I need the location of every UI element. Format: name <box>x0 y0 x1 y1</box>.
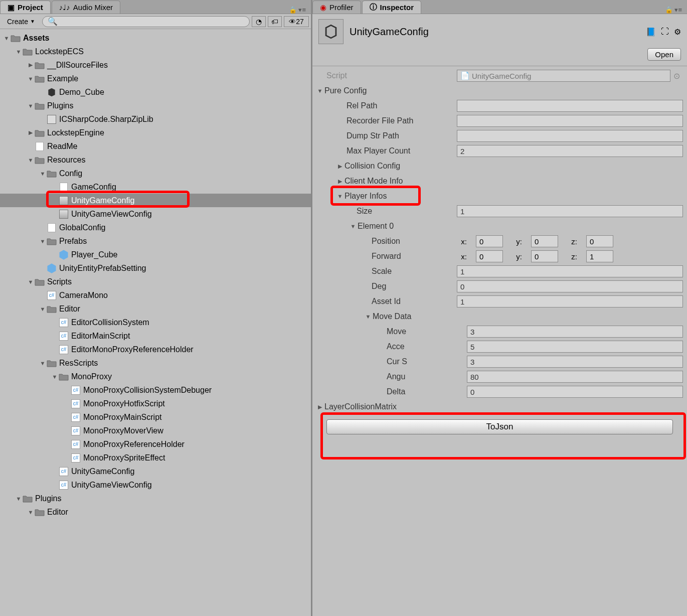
tree-row[interactable]: ▼Prefabs <box>0 234 311 248</box>
tree-arrow[interactable]: ▼ <box>27 157 34 163</box>
create-menu[interactable]: Create ▼ <box>2 17 40 27</box>
deg-input[interactable]: 0 <box>457 280 683 292</box>
gear-icon[interactable]: ⚙ <box>674 27 681 37</box>
search-input[interactable]: 🔍 <box>42 16 250 27</box>
foldout-arrow[interactable]: ▶ <box>336 178 344 185</box>
relpath-input[interactable] <box>457 100 683 112</box>
open-button[interactable]: Open <box>647 48 681 61</box>
object-picker-icon[interactable]: ⊙ <box>673 71 680 81</box>
tree-row[interactable]: ▶ReadMe <box>0 139 311 153</box>
tree-row[interactable]: ▶GlobalConfig <box>0 221 311 234</box>
filter-label-button[interactable]: 🏷 <box>268 16 282 27</box>
tree-arrow[interactable]: ▼ <box>51 374 58 380</box>
cur-input[interactable]: 3 <box>467 356 683 368</box>
preset-icon[interactable]: ⛶ <box>661 27 669 37</box>
tree-row[interactable]: ▼ResScripts <box>0 356 311 370</box>
tree-arrow[interactable]: ▶ <box>27 62 34 68</box>
tojson-button[interactable]: ToJson <box>326 419 673 434</box>
tree-arrow[interactable]: ▼ <box>27 76 34 82</box>
position-z-input[interactable] <box>586 235 613 247</box>
tab-inspector[interactable]: ⓘ Inspector <box>362 1 422 14</box>
tree-row[interactable]: ▼MonoProxy <box>0 370 311 383</box>
foldout-arrow[interactable]: ▼ <box>365 314 372 320</box>
folder-icon <box>46 358 57 369</box>
tree-row[interactable]: ▶LockstepEngine <box>0 126 311 139</box>
position-y-input[interactable] <box>531 235 558 247</box>
hidden-count[interactable]: 👁 27 <box>284 16 309 27</box>
tree-row[interactable]: ▶c#UnityGameConfig <box>0 465 311 478</box>
tree-row[interactable]: ▶Player_Cube <box>0 248 311 261</box>
dump-input[interactable] <box>457 130 683 142</box>
tree-row[interactable]: ▶c#UnityGameViewConfig <box>0 478 311 492</box>
tree-arrow[interactable]: ▼ <box>15 49 22 55</box>
tree-row[interactable]: ▶c#MonoProxyMainScript <box>0 410 311 424</box>
tree-row[interactable]: ▼Config <box>0 167 311 180</box>
tree-row[interactable]: ▶GameConfig <box>0 180 311 194</box>
tree-row[interactable]: ▼Scripts <box>0 275 311 288</box>
tree-row[interactable]: ▼LockstepECS <box>0 45 311 58</box>
assetid-input[interactable]: 1 <box>457 295 683 307</box>
move-input[interactable]: 3 <box>467 326 683 338</box>
tree-row[interactable]: ▶ICSharpCode.SharpZipLib <box>0 112 311 126</box>
angu-input[interactable]: 80 <box>467 371 683 383</box>
tree-row[interactable]: ▶c#MonoProxyReferenceHolder <box>0 437 311 451</box>
foldout-arrow[interactable]: ▶ <box>336 163 344 170</box>
tab-audio-mixer[interactable]: ♪♩♪ Audio Mixer <box>52 1 120 14</box>
tree-row[interactable]: ▶c#MonoProxyCollisionSystemDebuger <box>0 383 311 397</box>
forward-y-input[interactable] <box>531 250 558 262</box>
position-x-input[interactable] <box>476 235 503 247</box>
tree-row[interactable]: ▶UnityGameConfig <box>0 194 311 207</box>
forward-z-input[interactable] <box>586 250 613 262</box>
mixer-icon: ♪♩♪ <box>59 3 70 12</box>
tree-arrow[interactable]: ▶ <box>27 129 34 136</box>
tree-arrow[interactable]: ▼ <box>15 496 22 502</box>
tree-row[interactable]: ▶c#EditorMainScript <box>0 329 311 343</box>
foldout-arrow[interactable]: ▼ <box>350 223 357 229</box>
lock-icon[interactable]: 🔒 ▾≡ <box>289 6 306 14</box>
tree-row[interactable]: ▶Demo_Cube <box>0 85 311 99</box>
tree-row[interactable]: ▼Editor <box>0 505 311 519</box>
tree-arrow[interactable]: ▼ <box>27 279 34 285</box>
foldout-arrow[interactable]: ▶ <box>316 404 323 410</box>
tree-row[interactable]: ▶c#MonoProxySpriteEffect <box>0 451 311 465</box>
tree-arrow[interactable]: ▼ <box>27 103 34 109</box>
recorder-input[interactable] <box>457 115 683 127</box>
tree-row[interactable]: ▼Resources <box>0 153 311 167</box>
filter-type-button[interactable]: ◔ <box>252 16 266 27</box>
forward-x-input[interactable] <box>476 250 503 262</box>
tree-arrow[interactable]: ▼ <box>39 238 46 244</box>
tree-row[interactable]: ▶UnityGameViewConfig <box>0 207 311 221</box>
size-input[interactable]: 1 <box>457 205 683 217</box>
tree-arrow[interactable]: ▼ <box>39 306 46 312</box>
project-tree[interactable]: ▼Assets▼LockstepECS▶__DllSourceFiles▼Exa… <box>0 29 311 616</box>
tree-arrow[interactable]: ▼ <box>3 35 10 41</box>
playerinfos-label: Player Infos <box>345 192 387 201</box>
maxplayer-input[interactable]: 2 <box>457 145 683 157</box>
foldout-arrow[interactable]: ▼ <box>336 193 344 199</box>
tree-arrow[interactable]: ▼ <box>39 171 46 177</box>
tree-row[interactable]: ▶c#EditorMonoProxyReferenceHolder <box>0 343 311 356</box>
delta-input[interactable]: 0 <box>467 386 683 398</box>
tree-row[interactable]: ▶c#EditorCollisionSystem <box>0 316 311 329</box>
tree-arrow[interactable]: ▼ <box>39 360 46 366</box>
tree-row[interactable]: ▶__DllSourceFiles <box>0 58 311 72</box>
tree-row[interactable]: ▼Assets <box>0 31 311 45</box>
tree-row[interactable]: ▼Plugins <box>0 99 311 112</box>
tree-row[interactable]: ▼Example <box>0 72 311 85</box>
tree-row[interactable]: ▶c#MonoProxyHotfixScript <box>0 397 311 410</box>
tree-row[interactable]: ▶c#MonoProxyMoverView <box>0 424 311 437</box>
tree-row[interactable]: ▼Plugins <box>0 492 311 505</box>
foldout-arrow[interactable]: ▼ <box>316 88 323 94</box>
tree-row[interactable]: ▶UnityEntityPrefabSetting <box>0 261 311 275</box>
help-icon[interactable]: 📘 <box>646 27 656 37</box>
tree-row[interactable]: ▼Editor <box>0 302 311 316</box>
tab-project[interactable]: ▣ Project <box>0 1 51 14</box>
lock-icon[interactable]: 🔒 ▾≡ <box>665 6 682 14</box>
acce-input[interactable]: 5 <box>467 341 683 353</box>
scale-input[interactable]: 1 <box>457 265 683 277</box>
tree-arrow[interactable]: ▼ <box>27 509 34 515</box>
tree-row[interactable]: ▶c#CameraMono <box>0 288 311 302</box>
tab-profiler[interactable]: ◉ Profiler <box>312 1 361 14</box>
folder-icon <box>46 303 57 315</box>
script-field: 📄UnityGameConfig <box>457 70 670 82</box>
